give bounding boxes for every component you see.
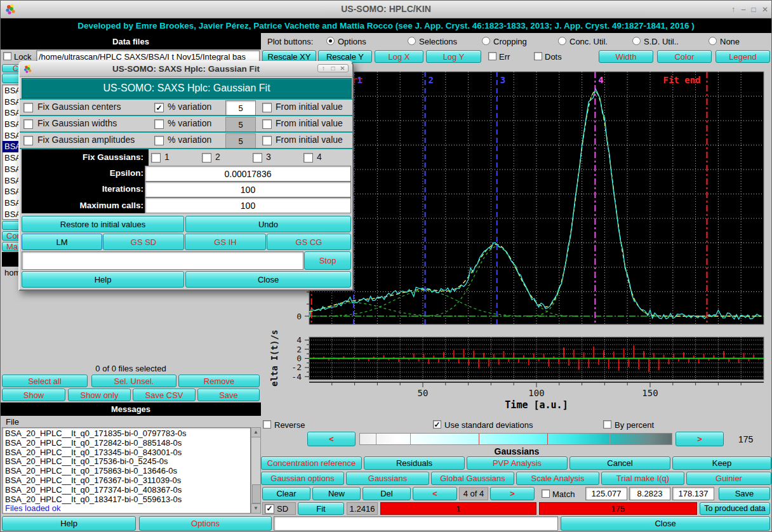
gaussian-clear-button[interactable]: Clear bbox=[262, 487, 310, 500]
log-x-button[interactable]: Log X bbox=[375, 50, 423, 63]
from-initial-checkbox[interactable] bbox=[262, 119, 272, 129]
dots-checkbox[interactable] bbox=[534, 52, 542, 60]
files-save-csv-button[interactable]: Save CSV bbox=[133, 389, 196, 401]
percent-variation-checkbox[interactable]: ✓ bbox=[154, 103, 164, 112]
log-y-button[interactable]: Log Y bbox=[426, 50, 481, 63]
gauss-keep-button[interactable]: Keep bbox=[672, 456, 771, 470]
gauss-pvp-analysis-button[interactable]: PVP Analysis bbox=[467, 456, 568, 470]
plot-radio-conc-util-[interactable] bbox=[558, 37, 566, 45]
gauss-global-gaussians-button[interactable]: Global Gaussians bbox=[431, 472, 514, 485]
use-sd-checkbox[interactable]: ✓ bbox=[433, 420, 441, 429]
files-show-button[interactable]: Show bbox=[2, 389, 65, 401]
gauss-concentration-reference-button[interactable]: Concentration reference bbox=[261, 456, 362, 470]
window-titlebar[interactable]: US-SOMO: HPLC/KIN ↑ – □ ✕ bbox=[1, 1, 771, 18]
variation-value-input[interactable]: 5 bbox=[225, 100, 256, 116]
by-percent-checkbox[interactable] bbox=[603, 420, 611, 429]
dialog-close-action-button[interactable]: Close bbox=[185, 271, 351, 288]
epsilon-input[interactable]: 0.00017836 bbox=[145, 166, 351, 182]
match-checkbox[interactable] bbox=[542, 489, 550, 498]
restore-initial-button[interactable]: Restore to initial values bbox=[22, 216, 184, 232]
percent-variation-checkbox[interactable] bbox=[154, 119, 164, 129]
gaussian-amplitude-input[interactable]: 178.137 bbox=[672, 487, 714, 500]
gauss-scale-analysis-button[interactable]: Scale Analysis bbox=[516, 472, 599, 485]
gaussian-center-input[interactable]: 125.077 bbox=[585, 487, 627, 500]
messages-scrollbar[interactable]: ▲ ▼ bbox=[251, 427, 261, 514]
gauss-cancel-button[interactable]: Cancel bbox=[569, 456, 670, 470]
bottom-close-button[interactable]: Close bbox=[561, 516, 770, 531]
reverse-checkbox[interactable] bbox=[263, 420, 271, 429]
options-button[interactable]: Options bbox=[139, 516, 272, 531]
fix-gaussian-1-checkbox[interactable] bbox=[151, 153, 161, 163]
dialog-help-button[interactable]: Help bbox=[22, 271, 184, 288]
gs-sd-button[interactable]: GS SD bbox=[103, 234, 184, 250]
gauss-gaussian-options-button[interactable]: Gaussian options bbox=[261, 472, 344, 485]
fix-gaussian-3-checkbox[interactable] bbox=[253, 153, 262, 163]
gauss-gaussians-button[interactable]: Gaussians bbox=[346, 472, 429, 485]
fix-gaussian-4-checkbox[interactable] bbox=[303, 153, 313, 163]
file-menu[interactable]: File bbox=[6, 417, 19, 427]
gs-ih-button[interactable]: GS IH bbox=[185, 234, 266, 250]
plot-radio-cropping[interactable] bbox=[482, 37, 490, 45]
legend-button[interactable]: Legend bbox=[715, 50, 770, 63]
files-show-only-button[interactable]: Show only bbox=[68, 389, 131, 401]
frame-position-slider[interactable] bbox=[359, 433, 672, 445]
frame-prev-button[interactable]: < bbox=[307, 432, 356, 446]
gaussian-prev-button[interactable]: < bbox=[413, 487, 457, 500]
dialog-maximize-button[interactable]: □ bbox=[329, 65, 337, 72]
from-initial-checkbox[interactable] bbox=[262, 103, 272, 112]
scroll-up-icon[interactable]: ▲ bbox=[251, 428, 260, 437]
gaussian-save-button[interactable]: Save bbox=[719, 487, 770, 500]
gaussian-new-button[interactable]: New bbox=[312, 487, 361, 500]
lm-button[interactable]: LM bbox=[22, 234, 102, 250]
percent-variation-checkbox[interactable] bbox=[154, 136, 164, 145]
gaussian-width-input[interactable]: 8.2823 bbox=[629, 487, 670, 500]
files-select-all-button[interactable]: Select all bbox=[2, 375, 88, 387]
fix-gaussian-checkbox[interactable] bbox=[23, 136, 33, 145]
from-initial-label: From initial value bbox=[276, 135, 343, 145]
scroll-thumb[interactable] bbox=[252, 484, 261, 503]
plot-radio-options[interactable] bbox=[326, 37, 335, 45]
lock-checkbox[interactable] bbox=[3, 52, 11, 60]
files-save-button[interactable]: Save bbox=[197, 389, 260, 401]
sd-checkbox[interactable]: ✓ bbox=[265, 504, 274, 514]
err-checkbox[interactable] bbox=[488, 52, 496, 60]
gauss-guinier-button[interactable]: Guinier bbox=[686, 472, 771, 485]
files-remove-button[interactable]: Remove bbox=[178, 375, 260, 387]
width-button[interactable]: Width bbox=[599, 50, 653, 63]
color-button[interactable]: Color bbox=[657, 50, 712, 63]
window-shade-button[interactable]: ↑ bbox=[728, 5, 738, 14]
variation-value-input[interactable]: 5 bbox=[225, 133, 256, 149]
gauss-trial-make-i(q)-button[interactable]: Trial make I(q) bbox=[601, 472, 684, 485]
gs-cg-button[interactable]: GS CG bbox=[267, 234, 351, 250]
fit-start-field[interactable]: 1 bbox=[380, 502, 536, 515]
dialog-fix-row: Fix Gaussian centers✓% variation5From in… bbox=[20, 100, 352, 115]
window-maximize-button[interactable]: □ bbox=[749, 5, 759, 14]
gauss-residuals-button[interactable]: Residuals bbox=[364, 456, 465, 470]
window-close-button[interactable]: ✕ bbox=[760, 5, 770, 14]
gaussian-del-button[interactable]: Del bbox=[363, 487, 411, 500]
maximum-calls-input[interactable]: 100 bbox=[145, 197, 351, 213]
variation-value-input[interactable]: 5 bbox=[225, 117, 256, 132]
fix-gaussian-checkbox[interactable] bbox=[23, 119, 33, 129]
plot-radio-s-d-util-[interactable] bbox=[632, 37, 641, 45]
fit-end-field[interactable]: 175 bbox=[539, 502, 697, 515]
help-button[interactable]: Help bbox=[2, 516, 136, 531]
fix-gaussian-2-checkbox[interactable] bbox=[202, 153, 211, 163]
gaussian-next-button[interactable]: > bbox=[490, 487, 535, 500]
plot-radio-selections[interactable] bbox=[408, 37, 416, 45]
iterations-input[interactable]: 100 bbox=[145, 182, 351, 197]
to-produced-data-button[interactable]: To produced data bbox=[700, 502, 770, 515]
dialog-titlebar[interactable]: US-SOMO: SAXS Hplc: Gaussian Fit ↑ □ ✕ bbox=[20, 62, 352, 77]
files-sel-unsel--button[interactable]: Sel. Unsel. bbox=[91, 375, 176, 387]
stop-button[interactable]: Stop bbox=[304, 251, 351, 270]
frame-next-button[interactable]: > bbox=[676, 432, 724, 446]
fit-button[interactable]: Fit bbox=[298, 502, 344, 515]
scroll-down-icon[interactable]: ▼ bbox=[251, 503, 260, 513]
window-minimize-button[interactable]: – bbox=[738, 5, 749, 14]
fix-gaussian-checkbox[interactable] bbox=[23, 103, 33, 112]
dialog-close-button[interactable]: ✕ bbox=[338, 65, 347, 72]
plot-radio-none[interactable] bbox=[709, 37, 717, 45]
undo-button[interactable]: Undo bbox=[185, 216, 351, 232]
dialog-shade-button[interactable]: ↑ bbox=[319, 65, 328, 72]
from-initial-checkbox[interactable] bbox=[262, 136, 272, 145]
